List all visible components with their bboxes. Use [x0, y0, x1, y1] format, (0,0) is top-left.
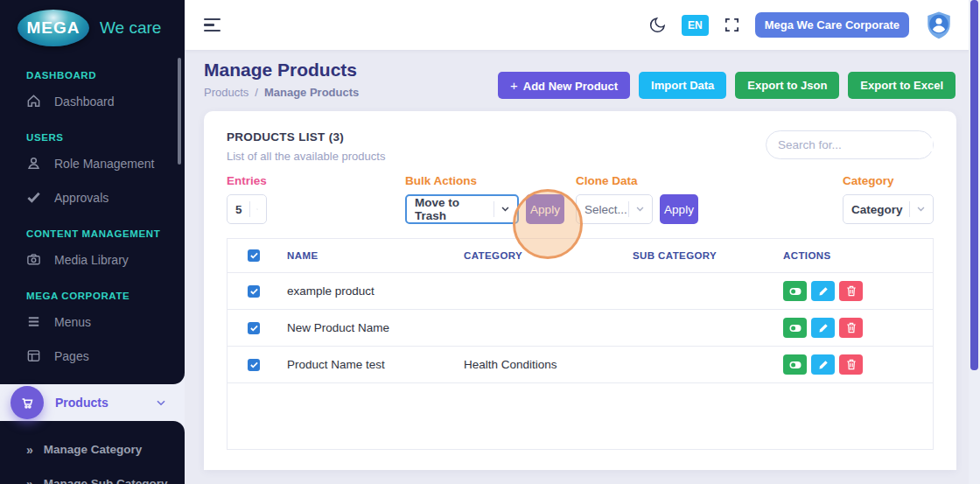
- clone-data-value: Select...: [584, 203, 627, 216]
- sidebar-item-approvals[interactable]: Approvals: [0, 180, 185, 214]
- bulk-actions-value: Move to Trash: [415, 196, 494, 222]
- product-name-cell: Product Name test: [280, 347, 457, 383]
- table-row: example product: [228, 273, 933, 310]
- product-name-cell: New Product Name: [280, 310, 457, 347]
- products-table: NAME CATEGORY SUB CATEGORY ACTIONS examp…: [228, 239, 933, 383]
- row-checkbox[interactable]: [248, 322, 260, 334]
- sidebar-item-media-library[interactable]: Media Library: [0, 242, 185, 277]
- column-header-category[interactable]: CATEGORY: [457, 239, 626, 273]
- fullscreen-icon: [724, 17, 740, 33]
- view-toggle-button[interactable]: [783, 281, 807, 301]
- eye-toggle-icon: [789, 287, 802, 296]
- sidebar-item-label: Products: [55, 396, 108, 410]
- clone-apply-button[interactable]: Apply: [660, 194, 698, 224]
- products-table-wrap: NAME CATEGORY SUB CATEGORY ACTIONS examp…: [227, 238, 934, 450]
- sidebar-item-manage-sub-category[interactable]: » Manage Sub Category: [0, 466, 185, 484]
- sidebar-item-label: Pages: [54, 349, 89, 363]
- sidebar-item-label: Media Library: [54, 253, 129, 267]
- chevron-down-icon: [917, 207, 925, 212]
- mega-logo-oval: MEGA: [18, 10, 89, 46]
- products-list-card: PRODUCTS LIST (3) List of all the availa…: [204, 111, 956, 470]
- sidebar-subitem-label: Manage Category: [44, 443, 143, 456]
- language-badge[interactable]: EN: [682, 15, 709, 36]
- section-content-management: CONTENT MANAGEMENT: [0, 214, 185, 242]
- bulk-apply-button[interactable]: Apply: [526, 194, 564, 224]
- category-label: Category: [843, 174, 934, 187]
- account-button[interactable]: Mega We Care Corporate: [755, 12, 909, 38]
- product-subcategory-cell: [626, 310, 776, 347]
- trash-icon: [846, 285, 857, 297]
- product-category-cell: Health Conditions: [457, 347, 626, 383]
- search-input[interactable]: [778, 138, 933, 151]
- dark-mode-toggle[interactable]: [648, 16, 667, 34]
- entries-value: 5: [235, 203, 242, 216]
- edit-button[interactable]: [811, 281, 835, 301]
- view-toggle-button[interactable]: [783, 354, 807, 375]
- export-excel-button[interactable]: Export to Excel: [848, 72, 956, 99]
- sidebar-item-label: Role Management: [54, 157, 154, 171]
- sidebar-item-label: Approvals: [54, 191, 108, 205]
- table-body: example product New Product Name Product…: [228, 273, 933, 383]
- fullscreen-button[interactable]: [724, 17, 740, 33]
- category-select[interactable]: Category: [843, 194, 934, 224]
- product-name-cell: example product: [280, 273, 457, 310]
- logo-text: MEGA: [27, 18, 80, 38]
- cart-icon: [19, 395, 35, 410]
- section-mega-corporate: MEGA CORPORATE: [0, 277, 185, 305]
- sidebar-item-manage-category[interactable]: » Manage Category: [0, 432, 185, 466]
- profile-avatar[interactable]: [924, 11, 954, 40]
- pencil-icon: [818, 323, 829, 333]
- trash-icon: [846, 322, 857, 333]
- sidebar-item-menus[interactable]: Menus: [0, 305, 185, 339]
- view-toggle-button[interactable]: [783, 318, 807, 338]
- sidebar-item-role-management[interactable]: Role Management: [0, 146, 185, 180]
- sidebar-active-wrap: Products: [0, 373, 185, 432]
- export-json-button[interactable]: Export to Json: [735, 72, 839, 99]
- sidebar-scrollbar-thumb[interactable]: [178, 58, 181, 165]
- bulk-actions-select[interactable]: Move to Trash: [405, 194, 519, 224]
- page-scrollbar-thumb[interactable]: [970, 0, 978, 370]
- search-box[interactable]: [766, 130, 934, 159]
- moon-icon: [648, 16, 667, 34]
- import-data-button[interactable]: Import Data: [639, 72, 726, 99]
- hamburger-menu-icon[interactable]: [204, 18, 220, 32]
- row-checkbox[interactable]: [248, 285, 260, 298]
- delete-button[interactable]: [839, 354, 863, 375]
- pencil-icon: [818, 286, 829, 297]
- active-cap-bottom: [0, 421, 185, 432]
- row-checkbox[interactable]: [248, 359, 260, 371]
- product-category-cell: [457, 273, 626, 310]
- sidebar-item-pages[interactable]: Pages: [0, 339, 185, 373]
- column-header-name[interactable]: NAME: [280, 239, 457, 273]
- chevron-down-icon: [157, 400, 165, 406]
- check-icon: [26, 190, 41, 205]
- logo-tagline: We care: [100, 18, 161, 38]
- eye-toggle-icon: [789, 324, 802, 333]
- user-icon: [26, 156, 41, 171]
- entries-label: Entries: [227, 174, 267, 187]
- entries-select[interactable]: 5: [227, 194, 267, 224]
- delete-button[interactable]: [839, 318, 863, 338]
- cart-badge: [10, 386, 44, 419]
- sidebar-item-products[interactable]: Products: [0, 384, 185, 421]
- add-new-product-button[interactable]: +Add New Product: [498, 72, 630, 99]
- sidebar-item-dashboard[interactable]: Dashboard: [0, 84, 185, 118]
- edit-button[interactable]: [811, 318, 835, 338]
- delete-button[interactable]: [839, 281, 863, 301]
- page-scrollbar-track[interactable]: [969, 0, 980, 484]
- product-subcategory-cell: [626, 347, 776, 383]
- clone-data-select[interactable]: Select...: [576, 194, 653, 224]
- sidebar-item-label: Menus: [54, 315, 91, 329]
- page-title: Manage Products: [204, 60, 359, 81]
- double-chevron-icon: »: [26, 478, 33, 484]
- edit-button[interactable]: [811, 354, 835, 375]
- sidebar-item-label: Dashboard: [54, 95, 115, 109]
- column-header-sub-category[interactable]: SUB CATEGORY: [626, 239, 776, 273]
- breadcrumb: Products / Manage Products: [204, 86, 359, 99]
- breadcrumb-products[interactable]: Products: [204, 86, 248, 99]
- select-all-checkbox[interactable]: [248, 249, 260, 262]
- category-value: Category: [851, 203, 903, 216]
- menu-lines-icon: [26, 314, 41, 329]
- eye-toggle-icon: [789, 361, 802, 369]
- column-header-actions: ACTIONS: [776, 239, 933, 273]
